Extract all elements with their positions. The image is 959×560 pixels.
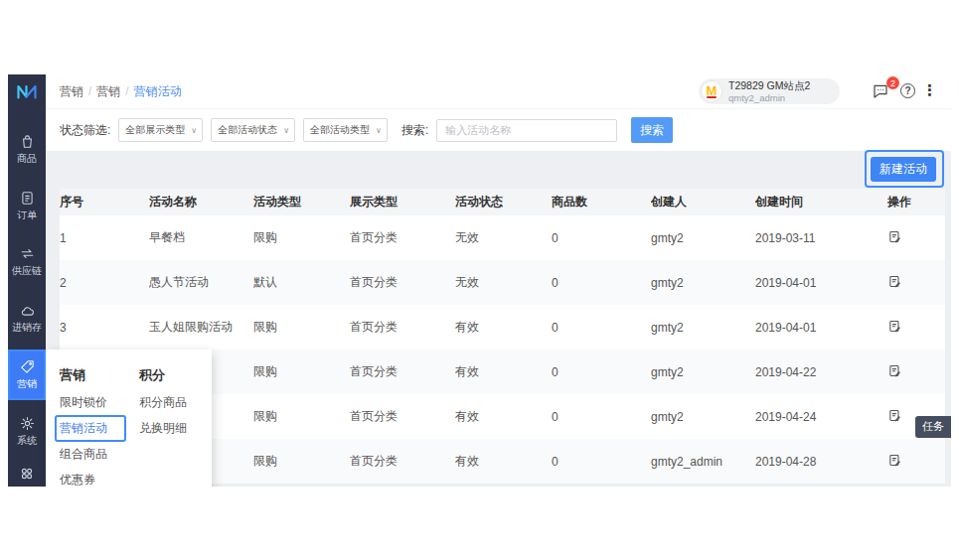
cell-count: 0	[552, 276, 651, 290]
cell-name: 玉人姐限购活动	[149, 319, 253, 336]
bag-icon	[19, 133, 36, 150]
column-header: 活动类型	[253, 194, 350, 210]
cell-name: 愚人节活动	[149, 274, 253, 291]
activity-status-dropdown[interactable]: 全部活动状态 ∨	[211, 118, 295, 142]
chevron-down-icon: ∨	[283, 126, 289, 135]
view-detail-icon[interactable]	[887, 274, 902, 289]
cell-created: 2019-04-01	[755, 276, 887, 290]
order-document-icon	[19, 190, 36, 207]
cell-creator: gmty2	[651, 276, 755, 290]
site-account-selector[interactable]: M T29829 GM站点2 qmty2_admin	[699, 78, 840, 104]
brand-logo-icon	[8, 80, 46, 102]
cell-status: 无效	[455, 274, 552, 291]
site-name: T29829 GM站点2	[728, 79, 810, 92]
cell-status: 有效	[455, 453, 552, 470]
display-type-dropdown[interactable]: 全部展示类型 ∨	[118, 118, 203, 142]
view-detail-icon[interactable]	[887, 319, 902, 334]
new-activity-button[interactable]: 新建活动	[871, 157, 936, 182]
chevron-down-icon: ∨	[191, 126, 197, 135]
submenu-item-limited-price[interactable]: 限时锁价	[60, 389, 107, 415]
cell-creator: gmty2_admin	[651, 455, 755, 469]
breadcrumb-item[interactable]: 营销	[60, 83, 83, 100]
cell-display: 首页分类	[350, 319, 455, 336]
cell-display: 首页分类	[350, 229, 455, 246]
breadcrumb-current: 营销活动	[134, 83, 182, 100]
sidebar-item-label: 供应链	[12, 264, 42, 278]
cell-type: 限购	[253, 319, 350, 336]
site-user: qmty2_admin	[728, 92, 810, 103]
submenu-item-exchange-detail[interactable]: 兑换明细	[139, 415, 187, 441]
cell-status: 有效	[455, 363, 552, 380]
sidebar-item-label: 订单	[17, 209, 37, 222]
message-count-badge: 2	[886, 76, 899, 89]
cell-type: 默认	[253, 274, 350, 291]
sidebar-item-orders[interactable]: 订单	[8, 181, 46, 230]
cell-status: 有效	[455, 319, 552, 336]
search-input[interactable]	[436, 119, 617, 142]
sidebar-item-supply-chain[interactable]: 供应链	[8, 236, 46, 286]
cell-type: 限购	[253, 408, 350, 425]
cell-count: 0	[552, 231, 651, 245]
cell-type: 限购	[253, 363, 350, 380]
column-header: 创建时间	[755, 194, 887, 210]
dropdown-value: 全部展示类型	[125, 123, 185, 137]
cell-creator: gmty2	[651, 410, 755, 424]
sidebar-item-inventory[interactable]: 进销存	[8, 293, 46, 343]
submenu-item-points-product[interactable]: 积分商品	[139, 389, 187, 415]
cell-count: 0	[552, 321, 651, 335]
column-header: 操作	[887, 194, 945, 210]
sidebar-item-label: 商品	[17, 152, 37, 166]
sidebar-item-label: 进销存	[12, 321, 42, 335]
tag-icon	[19, 358, 36, 375]
breadcrumb-separator: /	[125, 84, 128, 98]
sidebar-item-label: 系统	[17, 434, 37, 448]
top-header: 营销 / 营销 / 营销活动 M T29829 GM站点2 qmty2_admi…	[46, 74, 951, 108]
sidebar-item-label: 营销	[17, 377, 37, 391]
more-options-button[interactable]: ⋮	[922, 81, 937, 99]
cell-created: 2019-03-11	[755, 231, 887, 245]
breadcrumb-item[interactable]: 营销	[96, 83, 120, 100]
view-detail-icon[interactable]	[887, 363, 902, 378]
cell-type: 限购	[253, 453, 350, 470]
activity-type-dropdown[interactable]: 全部活动类型 ∨	[303, 118, 388, 142]
help-button[interactable]: ?	[900, 83, 915, 98]
cell-seq: 2	[60, 276, 149, 290]
app-window: 商品 订单 供应链 进销存 营销	[8, 74, 951, 487]
column-header: 活动名称	[149, 194, 253, 210]
search-button[interactable]: 搜索	[631, 117, 673, 143]
cell-created: 2019-04-01	[755, 321, 887, 335]
cell-name: 早餐档	[149, 229, 253, 246]
sidebar-item-system[interactable]: 系统	[8, 406, 46, 456]
sidebar-item-products[interactable]: 商品	[8, 124, 46, 174]
apps-grid-icon	[18, 465, 36, 483]
cell-status: 有效	[455, 408, 552, 425]
cell-creator: gmty2	[651, 321, 755, 335]
column-header: 展示类型	[350, 194, 455, 210]
column-header: 序号	[60, 194, 149, 210]
view-detail-icon[interactable]	[887, 229, 902, 244]
dropdown-value: 全部活动状态	[218, 123, 277, 137]
cell-seq: 1	[60, 231, 149, 245]
marketing-submenu: 营销 限时锁价 营销活动 组合商品 优惠券 积分 积分商品 兑换明细	[46, 350, 212, 487]
cell-display: 首页分类	[350, 363, 455, 380]
submenu-item-marketing-activity[interactable]: 营销活动	[60, 415, 107, 441]
cell-count: 0	[552, 455, 651, 469]
cell-display: 首页分类	[350, 408, 455, 425]
sidebar-item-marketing[interactable]: 营销	[8, 350, 46, 399]
cloud-icon	[19, 302, 36, 319]
cell-creator: gmty2	[651, 231, 755, 245]
breadcrumb: 营销 / 营销 / 营销活动	[60, 74, 182, 108]
submenu-item-coupon[interactable]: 优惠券	[60, 467, 107, 487]
submenu-item-combo-product[interactable]: 组合商品	[60, 441, 107, 467]
cell-display: 首页分类	[350, 453, 455, 470]
view-detail-icon[interactable]	[887, 453, 902, 468]
gear-icon	[19, 415, 36, 432]
view-detail-icon[interactable]	[887, 408, 902, 423]
messages-button[interactable]: 2	[872, 82, 891, 102]
task-badge[interactable]: 任务	[915, 416, 951, 438]
cell-type: 限购	[253, 229, 350, 246]
submenu-group-marketing: 营销 限时锁价 营销活动 组合商品 优惠券	[60, 361, 107, 487]
status-filter-label: 状态筛选:	[60, 122, 110, 139]
submenu-group-title: 积分	[139, 361, 187, 389]
sidebar-item-apps[interactable]	[8, 465, 46, 483]
